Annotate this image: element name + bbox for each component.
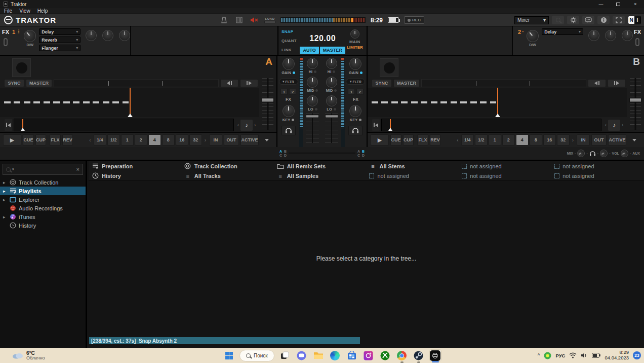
traktor-taskbar-icon[interactable] xyxy=(429,349,441,361)
expand-arrow-icon[interactable]: ▸ xyxy=(3,180,7,185)
eq-mid-knob[interactable] xyxy=(307,77,318,88)
loop-active-button[interactable]: ACTIVE xyxy=(240,134,259,146)
gain-knob[interactable] xyxy=(283,58,295,70)
stripe-overview[interactable] xyxy=(14,119,234,131)
loop-size-button[interactable]: 16 xyxy=(176,134,188,146)
play-button[interactable]: ▶ xyxy=(371,134,389,146)
flux-button[interactable]: FLX xyxy=(50,134,61,146)
favorite-not-assigned[interactable]: not assigned xyxy=(366,171,459,180)
loop-size-button[interactable]: 8 xyxy=(162,134,175,146)
fx-assign-2-button[interactable]: 2 xyxy=(356,89,364,95)
quant-button[interactable]: QUANT xyxy=(281,39,300,43)
fx-assign-2-button[interactable]: 2 xyxy=(289,89,296,95)
channel-volume-fader[interactable] xyxy=(306,114,319,143)
loop-size-button[interactable]: 1/4 xyxy=(94,134,106,146)
favorite-not-assigned[interactable]: not assigned xyxy=(459,171,551,180)
eq-lo-knob[interactable] xyxy=(326,95,337,106)
deck-master-button[interactable]: MASTER xyxy=(26,79,52,87)
start-button[interactable] xyxy=(223,349,235,361)
gear-icon[interactable] xyxy=(567,16,579,24)
tree-item-explorer[interactable]: ▸ Explorer xyxy=(0,195,86,204)
loop-active-button[interactable]: ACTIVE xyxy=(608,134,626,146)
xfader-assign-right[interactable]: AB CD xyxy=(357,150,365,157)
cue-button[interactable]: CUE xyxy=(23,134,34,146)
loop-size-button-selected[interactable]: 4 xyxy=(148,134,161,146)
expand-arrow-icon[interactable]: ▸ xyxy=(3,214,7,220)
jump-to-start-button[interactable] xyxy=(4,119,13,131)
aux-knob[interactable] xyxy=(619,148,629,158)
tempo-bend-plus-button[interactable] xyxy=(608,79,626,87)
fx-dry-wet-knob[interactable] xyxy=(524,27,541,45)
search-icon[interactable] xyxy=(552,16,564,24)
expand-arrow-icon[interactable]: ▸ xyxy=(3,189,7,194)
fx-mode-icon[interactable] xyxy=(4,38,8,46)
microsoft-store-icon[interactable] xyxy=(346,349,358,361)
loop-size-button[interactable]: 2 xyxy=(135,134,147,146)
fx-param-2-knob[interactable] xyxy=(605,30,616,41)
tempo-bend-plus-button[interactable] xyxy=(240,79,258,87)
loop-size-button[interactable]: 1 xyxy=(489,134,501,146)
cup-button[interactable]: CUP xyxy=(403,134,414,146)
xfader-assign-left[interactable]: AB CD xyxy=(279,150,287,157)
channel-fader-handle[interactable] xyxy=(325,115,338,118)
key-increase-arrow[interactable]: › xyxy=(622,122,623,128)
key-knob[interactable] xyxy=(349,105,361,117)
maximize-button[interactable] xyxy=(610,0,627,8)
advanced-panel-chevron[interactable] xyxy=(260,134,273,146)
chat-app-icon[interactable] xyxy=(296,349,308,361)
sync-button[interactable]: SYNC xyxy=(372,79,392,87)
tempo-fader[interactable] xyxy=(630,78,641,130)
eq-hi-knob[interactable] xyxy=(307,58,318,69)
metronome-icon[interactable] xyxy=(219,16,229,24)
tree-item-history[interactable]: History xyxy=(0,221,86,230)
task-view-icon[interactable] xyxy=(279,349,291,361)
menu-file[interactable]: File xyxy=(4,8,12,14)
volume-icon[interactable] xyxy=(581,352,588,358)
play-button[interactable]: ▶ xyxy=(3,134,21,146)
fx-param-1-knob[interactable] xyxy=(588,30,599,41)
filter-dropdown[interactable]: ▾ FLTR xyxy=(346,79,365,85)
info-icon[interactable] xyxy=(597,16,610,24)
eq-lo-knob[interactable] xyxy=(307,95,318,106)
fx-assign-1-button[interactable]: 1 xyxy=(348,89,355,95)
cue-mix-knob[interactable] xyxy=(576,148,586,158)
fx-assign-1-button[interactable]: 1 xyxy=(280,89,288,95)
search-input[interactable]: ▾ × xyxy=(3,164,83,175)
waveform-display[interactable] xyxy=(368,88,627,117)
favorite-not-assigned[interactable]: not assigned xyxy=(551,161,644,171)
cue-volume-knob[interactable] xyxy=(598,148,609,158)
filter-dropdown[interactable]: ▾ FLTR xyxy=(279,79,298,85)
favorite-track-collection[interactable]: Track Collection xyxy=(181,161,274,171)
weather-widget[interactable]: 6°C Облачно xyxy=(12,350,45,361)
tree-item-audio-recordings[interactable]: Audio Recordings xyxy=(0,204,86,212)
headphone-cue-button[interactable] xyxy=(348,126,363,135)
favorite-all-stems[interactable]: ≡ All Stems xyxy=(366,161,459,171)
key-increase-arrow[interactable]: › xyxy=(254,122,256,128)
loop-out-button[interactable]: OUT xyxy=(591,134,607,146)
channel-volume-fader[interactable] xyxy=(325,114,338,143)
favorite-all-remix-sets[interactable]: All Remix Sets xyxy=(274,161,367,171)
loop-in-button[interactable]: IN xyxy=(577,134,590,146)
loop-size-button[interactable]: 1/4 xyxy=(461,134,474,146)
favorite-not-assigned[interactable]: not assigned xyxy=(551,171,644,180)
main-volume-knob[interactable] xyxy=(350,29,359,39)
taskbar-search[interactable]: Поиск xyxy=(239,350,274,361)
album-art-placeholder[interactable] xyxy=(380,58,398,77)
clear-search-icon[interactable]: × xyxy=(76,166,79,172)
favorite-all-samples[interactable]: ≡ All Samples xyxy=(274,171,367,180)
file-explorer-icon[interactable] xyxy=(312,349,325,361)
favorite-all-tracks[interactable]: ≡ All Tracks xyxy=(181,171,274,180)
fx-param-3-knob[interactable] xyxy=(622,30,633,41)
antivirus-tray-icon[interactable] xyxy=(544,352,551,359)
loop-size-button[interactable]: 16 xyxy=(543,134,556,146)
loop-size-button[interactable]: 32 xyxy=(557,134,570,146)
loop-size-button[interactable]: 1 xyxy=(121,134,134,146)
deck-letter[interactable]: B xyxy=(633,56,640,67)
master-bpm-display[interactable]: 120.00 xyxy=(309,34,336,43)
menu-help[interactable]: Help xyxy=(37,8,48,14)
sync-button[interactable]: SYNC xyxy=(4,79,24,87)
gain-knob[interactable] xyxy=(349,58,361,70)
favorite-preparation[interactable]: Preparation xyxy=(89,161,181,171)
fx-param-3-knob[interactable] xyxy=(119,30,130,41)
deck-letter[interactable]: A xyxy=(265,56,272,67)
